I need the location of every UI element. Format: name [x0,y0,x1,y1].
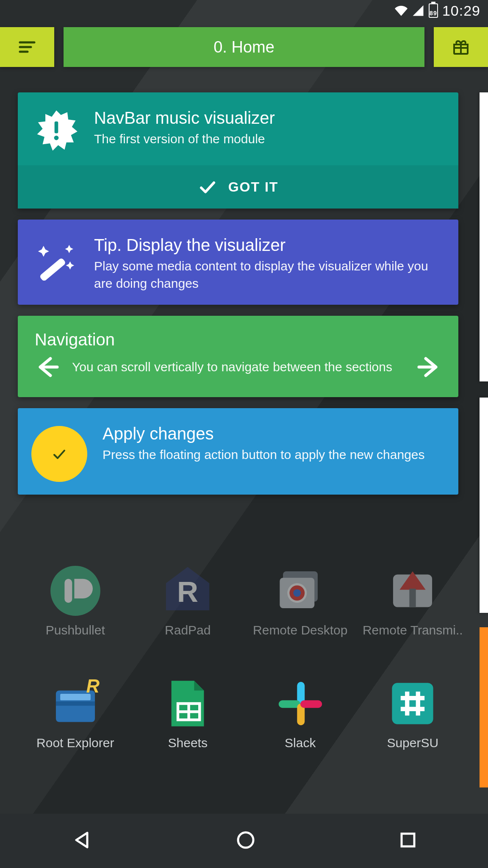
card-title: NavBar music visualizer [94,108,441,127]
svg-rect-19 [392,683,433,724]
gift-button[interactable] [434,27,488,67]
app-label: Remote Transmi.. [363,623,463,637]
gift-icon [451,37,471,57]
launcher-row: Pushbullet R RadPad Remote Desktop Remot… [21,564,467,637]
svg-rect-11 [56,701,95,706]
nav-home-button[interactable] [234,829,257,853]
battery-level: 89 [430,10,437,17]
svg-point-23 [54,136,59,140]
svg-point-25 [238,832,253,848]
app-remote-transmission[interactable]: Remote Transmi.. [359,564,467,637]
app-label: Pushbullet [46,623,105,637]
svg-text:R: R [177,575,198,608]
menu-button[interactable] [0,27,54,67]
cellular-icon [412,4,424,17]
card-title: Apply changes [103,424,441,443]
nav-prev-button[interactable] [32,352,62,382]
svg-point-7 [293,589,301,597]
app-root-explorer[interactable]: R Root Explorer [21,676,130,750]
launcher-row: R Root Explorer Sheets Slack SuperSU [21,676,467,750]
svg-rect-15 [297,682,305,704]
got-it-button[interactable]: GOT IT [18,165,458,209]
side-panel-peek[interactable] [480,398,488,613]
fab-preview-icon [31,426,87,482]
app-label: Root Explorer [36,736,114,750]
nav-recent-button[interactable] [398,830,418,851]
card-tip: Tip. Display the visualizer Play some me… [18,220,458,305]
app-supersu[interactable]: SuperSU [359,676,467,750]
burst-icon [31,108,81,153]
check-icon [198,178,216,196]
app-label: SuperSU [387,736,438,750]
card-title: Tip. Display the visualizer [94,236,441,254]
svg-rect-1 [64,579,72,603]
menu-icon [17,37,37,57]
page-title[interactable]: 0. Home [64,27,424,67]
svg-rect-24 [39,257,66,281]
card-subtitle: The first version of the module [94,131,441,148]
app-sheets[interactable]: Sheets [134,676,242,750]
battery-icon: 89 [429,3,438,18]
side-panel-peek-accent[interactable] [480,627,488,787]
app-label: Remote Desktop [253,623,347,637]
square-recent-icon [398,830,418,850]
app-slack[interactable]: Slack [246,676,355,750]
app-remote-desktop[interactable]: Remote Desktop [246,564,355,637]
side-panel-peek[interactable] [480,92,488,381]
status-bar: 89 10:29 [0,0,488,21]
svg-rect-9 [410,589,416,607]
circle-home-icon [234,829,257,851]
card-subtitle: Press the floating action button to appl… [103,446,441,464]
svg-rect-18 [300,700,322,708]
svg-rect-16 [279,700,300,708]
card-intro: NavBar music visualizer The first versio… [18,92,458,209]
triangle-back-icon [70,829,93,851]
system-nav-bar [0,814,488,868]
card-subtitle: Play some media content to display the v… [94,258,441,292]
svg-text:R: R [86,676,100,696]
nav-back-button[interactable] [70,829,93,853]
svg-rect-22 [55,121,58,133]
card-subtitle: You can scroll vertically to navigate be… [72,359,404,376]
status-time: 10:29 [442,3,480,19]
magic-wand-icon [31,236,81,280]
svg-rect-26 [402,834,414,846]
app-header: 0. Home [0,27,488,67]
app-pushbullet[interactable]: Pushbullet [21,564,130,637]
card-apply: Apply changes Press the floating action … [18,408,458,495]
card-title: Navigation [18,316,458,349]
card-navigation: Navigation You can scroll vertically to … [18,316,458,397]
arrow-right-icon [416,353,443,381]
wifi-icon [395,4,408,17]
app-label: Slack [285,736,316,750]
app-label: RadPad [165,623,211,637]
nav-next-button[interactable] [414,352,444,382]
got-it-label: GOT IT [228,179,279,195]
onboarding-cards: NavBar music visualizer The first versio… [18,92,458,495]
app-label: Sheets [168,736,208,750]
check-icon [49,444,69,464]
arrow-left-icon [33,353,61,381]
app-radpad[interactable]: R RadPad [134,564,242,637]
